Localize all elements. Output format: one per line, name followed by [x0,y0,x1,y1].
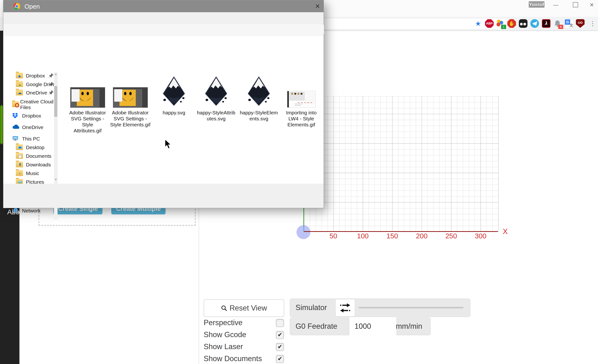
dialog-titlebar[interactable]: Open ✕ [3,0,324,12]
folder-downloads-icon: ⬇ [16,162,24,168]
file-icon [66,72,109,108]
sidebar-item-desktop[interactable]: Desktop [16,143,58,152]
magnifier-icon [221,305,227,311]
stop-hand-extension-icon[interactable]: ✋ [507,19,516,28]
file-tile[interactable]: Importing intoLW4 - StyleElements.gif [280,72,323,139]
extension-badge: 1 [501,25,506,29]
folder-documents-icon [16,153,24,159]
simulate-button[interactable] [335,299,355,316]
scroll-down-icon[interactable]: ˅ [54,178,58,182]
open-file-dialog: Open ✕ ← → ▾ ↑ ›This PC›BOOTCAMP (C:)›La… [3,0,324,208]
dropbox-icon [12,113,20,119]
dialog-close-button[interactable]: ✕ [313,2,322,10]
extension-badge: 4 [558,25,563,29]
acrobat-extension-icon[interactable]: λ [542,19,550,28]
toggle-label-show-gcode: Show Gcode [204,331,246,339]
sidebar-item-label: Dropbox [22,113,41,119]
folder-dropbox-icon: ◆ [16,73,24,79]
sidebar-item-creative-cloud-files[interactable]: Creative Cloud Files [12,100,54,109]
sidebar-item-downloads[interactable]: ⬇Downloads [16,161,58,169]
sidebar-item-label: Creative Cloud Files [20,99,54,110]
sidebar-item-google-drive[interactable]: ▲Google Drive📌 [16,80,58,89]
file-name-label: happy-StyleElements.svg [238,110,279,122]
sidebar-item-onedrive[interactable]: OneDrive [12,123,54,132]
sidebar-scrollbar-thumb[interactable] [54,86,57,117]
file-tile[interactable]: happy-StyleElements.svg [237,72,280,139]
checkbox-show-documents[interactable]: ✔ [276,355,284,363]
toggle-label-show-documents: Show Documents [204,354,262,363]
workspace-grid[interactable] [304,96,499,232]
sidebar-item-label: Downloads [26,162,51,168]
colorful-circles-extension-icon[interactable]: 1 [496,19,505,28]
window-maximize-button[interactable] [573,2,578,8]
reset-view-button[interactable]: Reset View [204,299,284,317]
mouse-cursor [165,139,173,149]
dialog-content: ◆Dropbox📌▲Google Drive📌☁OneDrive📌Creativ… [3,36,324,184]
sidebar-item-network[interactable]: Network [12,207,54,215]
simulator-label: Simulator [296,303,327,312]
sidebar-item-this-pc[interactable]: This PC [12,135,54,143]
bookmark-star-icon[interactable]: ★ [474,20,482,27]
g0-feedrate-input[interactable] [349,317,397,335]
file-name-label: happy-StyleAttributes.svg [196,110,237,122]
file-icon [195,72,237,108]
file-name-label: Importing intoLW4 - StyleElements.gif [281,110,322,128]
window-close-button[interactable]: ✕ [588,1,596,9]
file-name-label: Adobe IllustratorSVG Settings -Style Ele… [110,110,151,128]
browser-profile-badge[interactable]: Yuusuf [529,1,545,8]
sidebar-item-onedrive[interactable]: ☁OneDrive📌 [16,89,58,97]
file-tile[interactable]: Adobe IllustratorSVG Settings -Style Ele… [109,72,152,139]
x-axis-tick: 50 [324,232,343,240]
x-axis-tick: 200 [412,232,431,240]
dialog-nav-row: ← → ▾ ↑ ›This PC›BOOTCAMP (C:)›LaserWeb4… [3,12,324,24]
pin-icon: 📌 [48,73,53,78]
telegram-extension-icon[interactable] [530,19,539,28]
file-tile[interactable]: Adobe IllustratorSVG Settings -StyleAttr… [66,72,109,139]
folder-onedrive-icon: ☁ [16,90,24,96]
sidebar-item-label: Documents [26,153,51,159]
file-icon [237,72,280,108]
sidebar-item-documents[interactable]: Documents [16,152,58,160]
x-axis-label: X [503,227,508,236]
sidebar-item-label: This PC [22,136,40,142]
file-name-label: happy.svg [154,110,194,116]
google-translate-extension-icon[interactable]: G文 [565,19,573,28]
browser-menu-icon[interactable]: ⋮ [590,19,594,28]
illustrator-screenshot-thumbnail [70,87,105,108]
origin-marker [297,225,310,239]
x-axis-tick: 250 [442,232,461,240]
scroll-up-icon[interactable]: ˄ [54,73,58,76]
toggle-label-show-laser: Show Laser [204,342,243,351]
folder-music-icon: ♪ [16,170,24,176]
checkbox-show-laser[interactable]: ✔ [276,343,284,351]
notifier-bell-extension-icon[interactable]: 4 [553,19,562,28]
sidebar-item-label: OneDrive [22,124,43,130]
sidebar-item-label: Music [26,171,39,176]
checkbox-perspective[interactable] [276,319,284,327]
checkbox-show-gcode[interactable]: ✔ [276,331,284,339]
folder-gdrive-icon: ▲ [16,81,24,88]
sidebar-item-dropbox[interactable]: Dropbox [12,112,54,120]
file-icon [109,72,152,108]
x-axis-line [304,231,498,232]
pin-icon: 📌 [48,82,53,87]
sidebar-item-music[interactable]: ♪Music [16,169,58,177]
file-tile[interactable]: happy.svg [153,72,195,139]
x-axis-tick: 100 [353,232,373,240]
dark-reader-extension-icon[interactable] [519,19,527,28]
file-icon [280,72,323,108]
sidebar-item-label: Network [22,208,41,214]
ublock-origin-extension-icon[interactable]: UO [576,19,585,28]
window-minimize-button[interactable]: — [552,1,560,9]
sidebar-item-dropbox[interactable]: ◆Dropbox📌 [16,72,58,80]
reset-view-label: Reset View [230,304,267,313]
swap-arrows-icon [340,303,351,313]
g0-feedrate-label: G0 Feedrate [296,322,337,331]
simulation-slider[interactable] [359,307,464,308]
laserweb-screenshot-thumbnail [287,91,316,108]
dialog-footer: File name: ⌄ All Files ⌄ Open Cancel ⠿ [3,184,324,208]
network-icon [12,208,20,214]
x-axis-tick: 150 [382,232,402,240]
adblock-plus-extension-icon[interactable]: ABP [485,19,494,28]
file-tile[interactable]: happy-StyleAttributes.svg [195,72,237,139]
